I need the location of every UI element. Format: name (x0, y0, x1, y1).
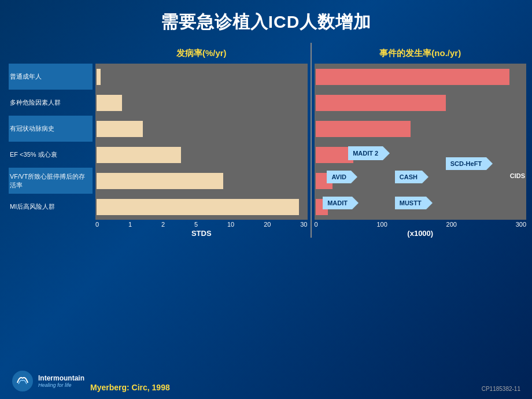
left-chart-title: 发病率(%/yr) (176, 48, 227, 59)
label-row-5: VF/VT所致心脏停搏后的存活率 (9, 168, 93, 194)
left-axis-label: STDS (95, 229, 308, 238)
slide-title: 需要急诊植入ICD人数增加 (0, 0, 532, 40)
logo-text: Intermountain Healing for life (38, 374, 84, 388)
row-labels-column: 普通成年人 多种危险因素人群 有冠状动脉病史 EF <35% 或心衰 VF/VT… (9, 43, 93, 238)
slide-id: CP1185382-11 (482, 386, 520, 392)
logo-icon (12, 370, 34, 392)
right-chart-title: 事件的发生率(no./yr) (379, 48, 461, 59)
svg-point-0 (12, 371, 33, 391)
mustt-arrow: MUSTT (395, 197, 426, 209)
label-row-6: MI后高风险人群 (9, 194, 93, 220)
label-row-4: EF <35% 或心衰 (9, 142, 93, 168)
right-bars-area: MADIT 2 AVID CASH SCD-HeFT (315, 64, 527, 220)
right-x-axis: 0100200300 (315, 220, 527, 228)
scdheft-arrow: SCD-HeFT (446, 157, 486, 170)
avid-arrow: AVID (327, 171, 350, 183)
label-row-1: 普通成年人 (9, 64, 93, 90)
cids-label: CIDS (510, 172, 525, 179)
logo-area: Intermountain Healing for life (12, 370, 84, 392)
bottom-bar: Intermountain Healing for life Myerberg:… (0, 370, 532, 392)
left-x-axis: 0125102030 (95, 220, 308, 228)
right-chart: 事件的发生率(no./yr) MADIT 2 (315, 43, 527, 238)
label-row-2: 多种危险因素人群 (9, 90, 93, 116)
citation: Myerberg: Circ, 1998 (90, 383, 170, 392)
right-axis-label: (x1000) (315, 229, 527, 238)
left-bars-area (95, 64, 308, 220)
label-row-3: 有冠状动脉病史 (9, 116, 93, 142)
madit2-arrow: MADIT 2 (348, 146, 383, 160)
cash-arrow: CASH (395, 171, 422, 183)
madit-arrow: MADIT (323, 197, 352, 209)
left-chart: 发病率(%/yr) 0125102030 STDS (95, 43, 308, 238)
